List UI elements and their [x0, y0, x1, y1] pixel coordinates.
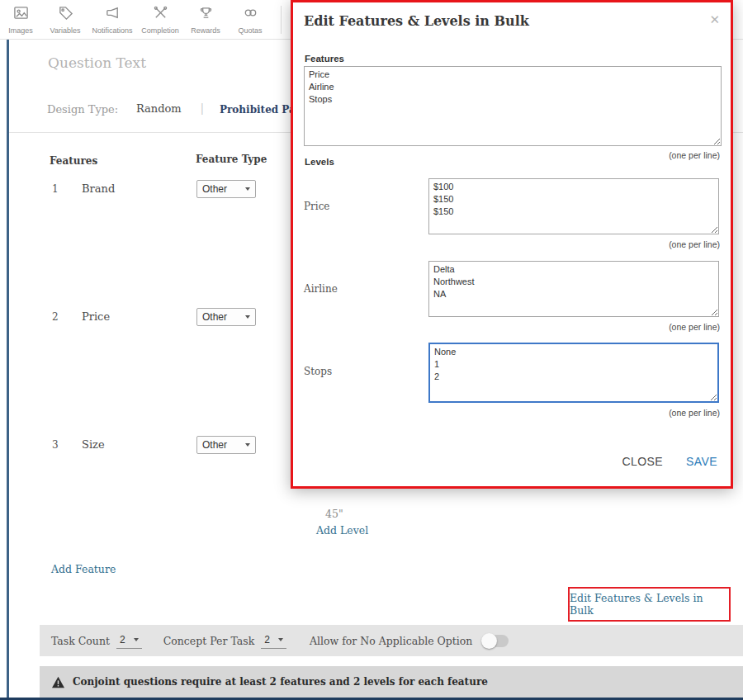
chevron-down-icon: [245, 443, 250, 447]
tag-icon: [58, 5, 73, 24]
level-textarea-price[interactable]: $100 $150 $150: [428, 178, 719, 234]
conjoint-warning-bar: Conjoint questions require at least 2 fe…: [40, 666, 743, 698]
toolbar-item-completion[interactable]: Completion: [135, 0, 185, 35]
feature-row-index: 2: [52, 311, 59, 323]
feature-row-index: 1: [52, 183, 59, 195]
tools-icon: [153, 5, 168, 24]
concept-per-task-label: Concept Per Task: [163, 635, 255, 647]
level-textarea-airline[interactable]: Delta Northwest NA: [428, 261, 719, 317]
question-text-field[interactable]: Question Text: [48, 54, 146, 71]
toggle-knob: [481, 633, 497, 649]
design-type-label: Design Type:: [47, 103, 118, 116]
toolbar-item-images[interactable]: Images: [0, 0, 41, 35]
feature-type-select[interactable]: Other: [196, 308, 256, 326]
task-count-select[interactable]: 2: [116, 632, 142, 649]
bulk-features-textarea[interactable]: Price Airline Stops: [304, 66, 722, 146]
level-row-label-price: Price: [304, 201, 329, 212]
level-row-label-stops: Stops: [304, 366, 332, 377]
feature-row-name: Brand: [82, 182, 115, 195]
level-value-text: 45": [325, 508, 343, 520]
edit-bulk-button-label: Edit Features & Levels in Bulk: [570, 592, 729, 617]
feature-type-value: Other: [202, 183, 227, 195]
close-button[interactable]: CLOSE: [622, 455, 663, 468]
levels-label: Levels: [305, 157, 334, 167]
level-textarea-stops[interactable]: None 1 2: [428, 343, 719, 403]
trophy-icon: [198, 5, 214, 24]
megaphone-icon: [105, 5, 121, 24]
concept-per-task-select[interactable]: 2: [261, 632, 286, 649]
one-per-line-hint: (one per line): [669, 150, 720, 160]
one-per-line-hint: (one per line): [669, 322, 720, 332]
save-button[interactable]: SAVE: [686, 455, 717, 468]
features-label: Features: [305, 54, 344, 64]
feature-type-column-header: Feature Type: [196, 154, 267, 165]
toolbar-label: Variables: [50, 26, 81, 35]
add-level-link[interactable]: Add Level: [316, 524, 368, 537]
one-per-line-hint: (one per line): [669, 239, 720, 249]
links-icon: [243, 5, 258, 24]
feature-type-value: Other: [202, 311, 227, 323]
concept-per-task-value: 2: [264, 634, 270, 646]
task-count-value: 2: [120, 634, 125, 646]
modal-actions: CLOSE SAVE: [622, 455, 717, 468]
chevron-down-icon: [245, 315, 250, 319]
images-icon: [13, 5, 29, 24]
one-per-line-hint: (one per line): [669, 408, 720, 418]
no-applicable-option-label: Allow for No Applicable Option: [310, 635, 472, 647]
toolbar-item-notifications[interactable]: Notifications: [89, 0, 135, 35]
add-feature-link[interactable]: Add Feature: [51, 563, 116, 575]
warning-icon: [51, 676, 65, 688]
toolbar-item-variables[interactable]: Variables: [41, 0, 89, 35]
design-separator: |: [201, 102, 204, 115]
toolbar-label: Quotas: [238, 26, 262, 35]
toolbar-divider: [281, 6, 282, 34]
feature-type-value: Other: [202, 439, 227, 451]
modal-title: Edit Features & Levels in Bulk: [304, 13, 529, 29]
warning-text: Conjoint questions require at least 2 fe…: [73, 676, 488, 688]
feature-row-name: Price: [82, 310, 110, 323]
toolbar-item-quotas[interactable]: Quotas: [226, 0, 274, 35]
level-row-label-airline: Airline: [304, 283, 338, 295]
design-option-random[interactable]: Random: [136, 102, 182, 115]
edit-bulk-button[interactable]: Edit Features & Levels in Bulk: [568, 587, 731, 622]
question-panel-accent: [7, 40, 9, 698]
chevron-down-icon: [245, 187, 250, 191]
no-applicable-option-toggle[interactable]: [482, 635, 509, 647]
feature-row-name: Size: [82, 438, 105, 451]
close-icon[interactable]: ✕: [709, 12, 720, 27]
feature-type-select[interactable]: Other: [196, 436, 256, 454]
toolbar-item-rewards[interactable]: Rewards: [185, 0, 226, 35]
toolbar-label: Notifications: [92, 26, 132, 35]
chevron-down-icon: [134, 638, 139, 641]
chevron-down-icon: [278, 638, 283, 641]
toolbar-label: Completion: [141, 26, 179, 35]
toolbar-label: Images: [8, 26, 33, 35]
feature-type-select[interactable]: Other: [196, 180, 256, 198]
task-count-label: Task Count: [51, 635, 110, 647]
feature-row-index: 3: [52, 439, 59, 451]
edit-bulk-modal: Edit Features & Levels in Bulk ✕ Feature…: [291, 0, 733, 489]
features-column-header: Features: [50, 155, 97, 167]
conjoint-settings-bar: Task Count 2 Concept Per Task 2 Allow fo…: [40, 625, 743, 656]
toolbar-label: Rewards: [191, 26, 220, 35]
